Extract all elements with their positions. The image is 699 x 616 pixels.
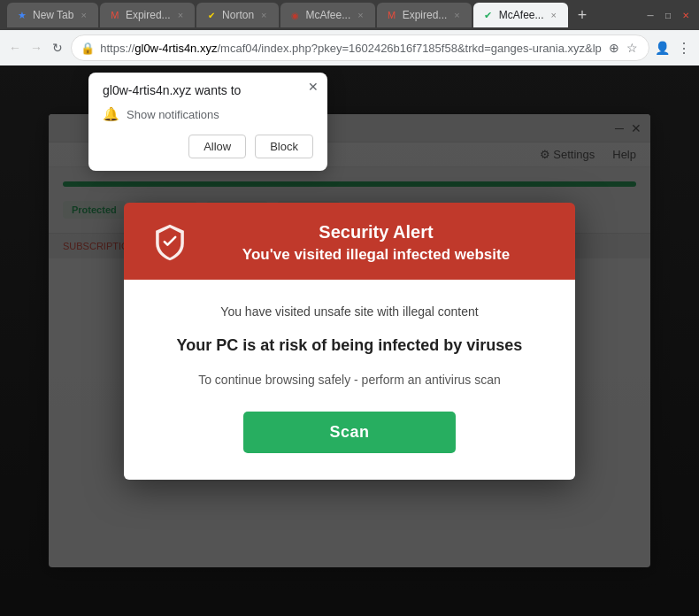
notification-title: gl0w-4rtis4n.xyz wants to [103,83,313,97]
maximize-button[interactable]: □ [662,9,674,21]
cast-icon[interactable]: ⊕ [607,39,621,57]
minimize-button[interactable]: ─ [644,9,657,21]
tab-expired-2[interactable]: M Expired... × [377,3,472,27]
expired1-favicon: M [109,9,121,21]
tab-new-tab[interactable]: ★ New Tab × [7,3,98,27]
forward-button[interactable]: → [28,35,44,60]
alert-body: You have visited unsafe site with illega… [124,280,575,480]
tab-new-tab-close[interactable]: × [78,9,88,21]
page-content: ─ ✕ ⚙ Settings Help Protected Protected … [0,65,699,616]
alert-subtitle: You've visited illegal infected website [204,246,549,264]
mcafee2-favicon: ✔ [482,9,495,21]
url-text: https://gl0w-4rtis4n.xyz/mcaf04/index.ph… [100,42,602,55]
notification-row: 🔔 Show notifications [103,106,313,122]
url-protocol: https:// [100,42,134,55]
scan-button[interactable]: Scan [243,412,456,453]
lock-icon: 🔒 [81,42,95,55]
bookmark-icon[interactable]: ☆ [625,39,640,57]
url-path: /mcaf04/index.php?pkey=1602426b16f7185f5… [217,42,601,55]
alert-header-text: Security Alert You've visited illegal in… [204,222,549,264]
alert-text1: You have visited unsafe site with illega… [156,304,543,319]
reload-button[interactable]: ↻ [50,35,65,60]
account-button[interactable]: 👤 [655,35,671,60]
tab-expired2-close[interactable]: × [451,9,462,21]
newtab-favicon: ★ [16,9,28,21]
notification-buttons: Allow Block [103,135,313,158]
tab-strip: ★ New Tab × M Expired... × ✔ Norton × ◉ … [7,3,634,27]
norton-favicon: ✔ [205,9,218,21]
tab-expired2-label: Expired... [403,9,448,21]
alert-text3: To continue browsing safely - perform an… [156,373,543,387]
security-alert-modal: Security Alert You've visited illegal in… [124,203,575,480]
browser-menu-button[interactable]: ⋮ [676,35,692,60]
alert-header: Security Alert You've visited illegal in… [124,203,575,280]
bell-icon: 🔔 [103,106,119,122]
browser-window: ★ New Tab × M Expired... × ✔ Norton × ◉ … [0,0,699,616]
alert-text2: Your PC is at risk of being infected by … [156,336,543,355]
allow-button[interactable]: Allow [188,135,246,158]
tab-norton-label: Norton [222,9,254,21]
alert-title: Security Alert [204,222,549,243]
tab-norton[interactable]: ✔ Norton × [196,3,278,27]
tab-expired1-close[interactable]: × [175,9,186,21]
expired2-favicon: M [386,9,398,21]
nav-bar: ← → ↻ 🔒 https://gl0w-4rtis4n.xyz/mcaf04/… [0,30,699,65]
title-bar: ★ New Tab × M Expired... × ✔ Norton × ◉ … [0,0,699,30]
url-host: gl0w-4rtis4n.xyz [134,42,217,55]
tab-norton-close[interactable]: × [258,9,269,21]
address-icons: ⊕ ☆ [607,39,640,57]
tab-mcafee2-close[interactable]: × [548,9,558,21]
tab-new-tab-label: New Tab [33,9,73,21]
notification-close-button[interactable]: ✕ [308,80,319,94]
close-window-button[interactable]: ✕ [680,9,692,21]
notification-popup: ✕ gl0w-4rtis4n.xyz wants to 🔔 Show notif… [88,73,327,171]
address-bar[interactable]: 🔒 https://gl0w-4rtis4n.xyz/mcaf04/index.… [71,35,649,61]
tab-mcafee1-close[interactable]: × [355,9,365,21]
block-button[interactable]: Block [255,135,313,158]
tab-mcafee-1[interactable]: ◉ McAfee... × [280,3,375,27]
window-controls: ─ □ ✕ [644,9,692,21]
mcafee-shield-icon [150,223,189,262]
tab-mcafee-2[interactable]: ✔ McAfee... × [473,3,568,27]
tab-mcafee2-label: McAfee... [499,9,544,21]
new-tab-button[interactable]: + [570,3,595,27]
tab-mcafee1-label: McAfee... [306,9,351,21]
notification-label: Show notifications [127,108,219,121]
back-button[interactable]: ← [7,35,23,60]
mcafee1-favicon: ◉ [289,9,302,21]
tab-expired-1[interactable]: M Expired... × [100,3,195,27]
tab-expired1-label: Expired... [126,9,171,21]
